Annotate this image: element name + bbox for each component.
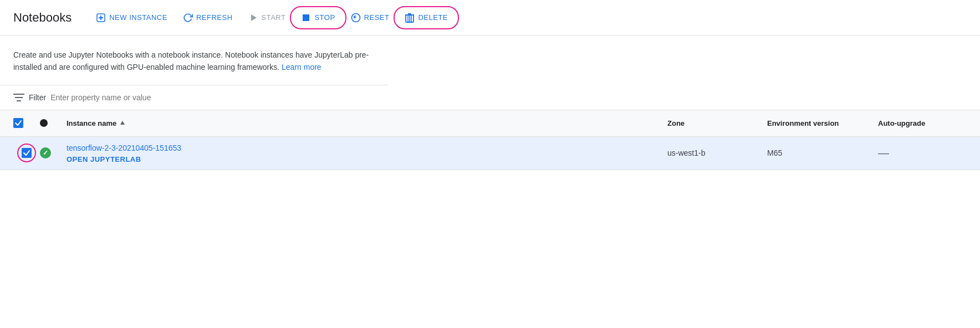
header-environment-version: Environment version bbox=[767, 119, 878, 127]
plus-icon bbox=[96, 13, 106, 23]
select-all-checkbox[interactable] bbox=[13, 118, 23, 128]
row-zone-cell: us-west1-b bbox=[667, 148, 767, 157]
filter-label: Filter bbox=[29, 93, 46, 102]
table-row: tensorflow-2-3-20210405-151653 OPEN JUPY… bbox=[0, 137, 980, 170]
row-status-cell bbox=[40, 147, 67, 158]
new-instance-button[interactable]: NEW INSTANCE bbox=[89, 8, 174, 27]
header-zone: Zone bbox=[667, 119, 767, 127]
header-instance-name[interactable]: Instance name bbox=[67, 119, 667, 127]
stop-button-wrapper: STOP bbox=[294, 8, 341, 27]
filter-input[interactable] bbox=[50, 93, 967, 102]
row-instance-name-cell: tensorflow-2-3-20210405-151653 OPEN JUPY… bbox=[67, 143, 667, 163]
table: Instance name Zone Environment version A… bbox=[0, 110, 980, 170]
toolbar-actions: NEW INSTANCE REFRESH START bbox=[89, 8, 455, 27]
description-section: Create and use Jupyter Notebooks with a … bbox=[0, 35, 388, 85]
delete-button-wrapper: DELETE bbox=[398, 8, 455, 27]
instance-name-link[interactable]: tensorflow-2-3-20210405-151653 bbox=[67, 143, 181, 154]
start-button[interactable]: START bbox=[242, 8, 293, 27]
row-checkbox-cell bbox=[13, 148, 40, 158]
svg-marker-3 bbox=[251, 14, 257, 21]
row-checkbox[interactable] bbox=[22, 148, 32, 158]
open-jupyterlab-button[interactable]: OPEN JUPYTERLAB bbox=[67, 155, 141, 163]
learn-more-link[interactable]: Learn more bbox=[282, 63, 321, 71]
header-checkbox bbox=[13, 118, 40, 128]
stop-button[interactable]: STOP bbox=[294, 8, 341, 27]
status-dot-header bbox=[40, 119, 48, 127]
page-title: Notebooks bbox=[13, 11, 72, 25]
header-auto-upgrade: Auto-upgrade bbox=[878, 119, 967, 127]
table-header: Instance name Zone Environment version A… bbox=[0, 110, 980, 137]
refresh-button[interactable]: REFRESH bbox=[176, 8, 239, 27]
row-auto-upgrade-cell: — bbox=[878, 147, 967, 160]
sort-arrow-icon bbox=[119, 119, 126, 127]
toolbar: Notebooks NEW INSTANCE REFRESH bbox=[0, 0, 980, 35]
svg-rect-4 bbox=[303, 14, 309, 21]
trash-icon bbox=[405, 13, 415, 23]
filter-row: Filter bbox=[0, 85, 980, 110]
header-status bbox=[40, 119, 67, 127]
reset-button[interactable]: RESET bbox=[344, 8, 396, 27]
row-environment-version-cell: M65 bbox=[767, 148, 878, 157]
refresh-icon bbox=[183, 13, 193, 23]
play-icon bbox=[248, 13, 258, 23]
status-running-icon bbox=[40, 147, 51, 158]
stop-icon bbox=[301, 13, 311, 23]
filter-icon bbox=[13, 93, 24, 102]
delete-button[interactable]: DELETE bbox=[398, 8, 455, 27]
reset-icon bbox=[351, 13, 361, 23]
svg-marker-15 bbox=[120, 121, 125, 125]
